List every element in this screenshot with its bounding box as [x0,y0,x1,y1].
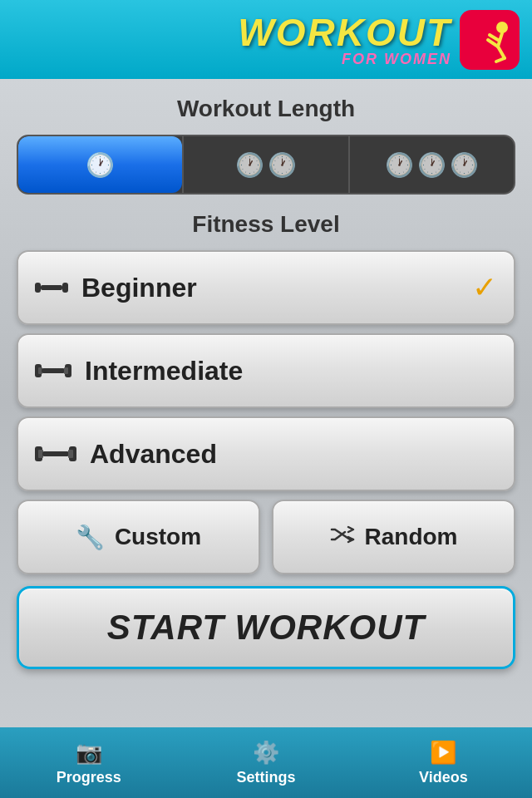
tab-bar: 📷 Progress ⚙️ Settings ▶️ Videos [0,727,532,798]
beginner-button[interactable]: Beginner ✓ [17,250,515,325]
svg-rect-11 [42,368,65,373]
length-option-short[interactable]: 🕐 [18,136,182,193]
app-header: WORKOUT FOR WOMEN [0,0,532,79]
svg-point-0 [496,22,508,33]
svg-rect-6 [35,283,41,293]
svg-rect-13 [64,367,68,374]
start-workout-button[interactable]: START WORKOUT [17,586,515,669]
workout-length-title: Workout Length [17,96,515,122]
clock-icon-3c: 🕐 [450,151,479,179]
gear-icon: ⚙️ [253,740,279,766]
intermediate-button[interactable]: Intermediate [17,333,515,408]
beginner-checkmark-icon: ✓ [472,270,497,305]
camera-icon: 📷 [76,740,102,766]
logo-workout-text: WORKOUT [238,13,451,52]
length-option-long[interactable]: 🕐 🕐 🕐 [350,136,514,193]
settings-tab-label: Settings [236,769,295,786]
beginner-dumbbell-icon [35,276,68,299]
shuffle-icon [330,524,355,550]
svg-rect-8 [62,283,68,293]
advanced-button[interactable]: Advanced [17,416,515,491]
tab-videos[interactable]: ▶️ Videos [355,727,532,798]
logo-container: WORKOUT FOR WOMEN [238,10,520,70]
wrench-icon: 🔧 [76,524,105,551]
svg-line-4 [490,35,498,40]
beginner-label: Beginner [81,273,197,303]
clock-icon-2a: 🕐 [235,151,264,179]
start-workout-label: START WORKOUT [107,608,425,648]
tab-settings[interactable]: ⚙️ Settings [177,727,354,798]
main-content: Workout Length 🕐 🕐 🕐 🕐 🕐 🕐 Fitness Level [0,79,532,727]
logo-icon [460,10,520,70]
svg-rect-7 [41,285,62,290]
advanced-dumbbell-icon [35,442,76,466]
custom-button[interactable]: 🔧 Custom [17,500,260,574]
intermediate-dumbbell-icon [35,359,71,382]
random-button[interactable]: Random [272,500,515,574]
progress-tab-label: Progress [57,769,121,786]
svg-line-3 [498,47,505,58]
custom-label: Custom [115,524,201,550]
tab-progress[interactable]: 📷 Progress [0,727,177,798]
logo-text: WORKOUT FOR WOMEN [238,13,451,66]
clock-icon-1: 🕐 [86,151,115,179]
intermediate-label: Intermediate [85,356,243,387]
svg-line-5 [496,58,505,62]
clock-icon-3b: 🕐 [417,151,446,179]
length-option-medium[interactable]: 🕐 🕐 [184,136,347,193]
logo-for-women-text: FOR WOMEN [342,52,451,66]
advanced-label: Advanced [90,439,217,470]
logo-figure-icon [465,15,515,65]
workout-length-selector: 🕐 🕐 🕐 🕐 🕐 🕐 [17,135,515,195]
clock-icon-3a: 🕐 [385,151,414,179]
svg-rect-16 [42,451,69,456]
bottom-options: 🔧 Custom Random [17,500,515,574]
fitness-level-title: Fitness Level [17,211,515,238]
svg-rect-18 [68,450,73,458]
clock-icon-2b: 🕐 [268,151,297,179]
play-icon: ▶️ [430,740,456,766]
random-label: Random [365,524,458,550]
videos-tab-label: Videos [419,769,468,786]
